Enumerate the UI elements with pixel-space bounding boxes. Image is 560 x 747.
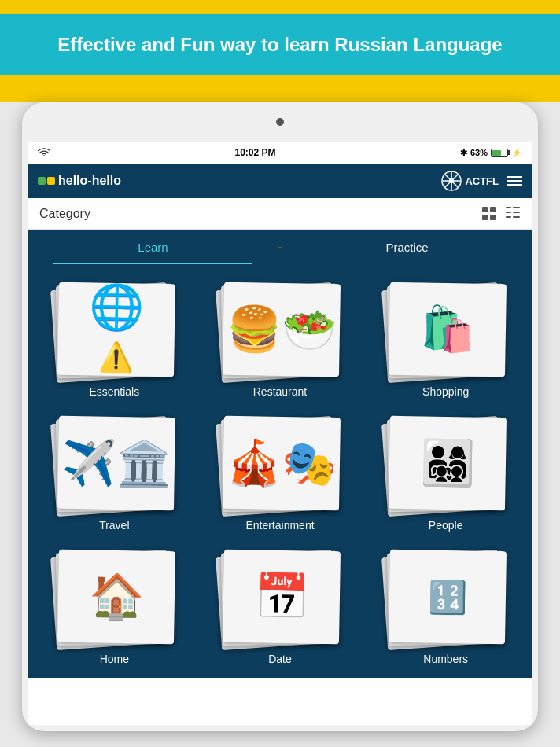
bluetooth-icon: ✱ [460, 148, 467, 158]
battery-fill [492, 150, 501, 156]
category-grid-area: 🌐⚠️ Essentials 🍔🥗 Restaurant [28, 264, 532, 678]
card-stack-entertainment: 🎪🎭 [219, 410, 341, 513]
people-label: People [429, 519, 463, 532]
hamburger-menu[interactable] [507, 176, 522, 186]
status-bar: 10:02 PM ✱ 63% ⚡ [28, 142, 532, 164]
card-front: 🏠 [57, 550, 175, 645]
card-front: 📅 [223, 550, 341, 645]
essentials-icon: 🌐⚠️ [88, 285, 145, 374]
card-front: 🍔🥗 [223, 282, 341, 377]
logo-label: hello-hello [58, 174, 121, 188]
header-right: ACTFL [441, 171, 522, 191]
card-stack-date: 📅 [219, 544, 341, 646]
restaurant-label: Restaurant [253, 385, 307, 398]
restaurant-icon: 🍔🥗 [227, 307, 337, 352]
status-left [38, 148, 50, 157]
shopping-label: Shopping [422, 385, 469, 398]
people-icon: 👨‍👩‍👧‍👦 [420, 440, 476, 485]
card-front: 🔢 [389, 550, 507, 645]
actfl-badge: ACTFL [441, 171, 499, 191]
date-label: Date [268, 653, 292, 665]
svg-rect-12 [506, 216, 511, 218]
menu-line-2 [507, 180, 522, 182]
category-item-restaurant[interactable]: 🍔🥗 Restaurant [204, 277, 357, 398]
card-stack-home: 🏠 [53, 544, 175, 646]
logo-green-square [38, 177, 46, 185]
tablet-frame: 10:02 PM ✱ 63% ⚡ hello-hello [22, 102, 538, 731]
category-title: Category [39, 207, 90, 221]
date-icon: 📅 [254, 574, 310, 619]
category-item-people[interactable]: 👨‍👩‍👧‍👦 People [369, 410, 522, 532]
category-grid: 🌐⚠️ Essentials 🍔🥗 Restaurant [38, 277, 522, 665]
tab-practice[interactable]: Practice [282, 230, 532, 264]
numbers-label: Numbers [423, 653, 468, 665]
tab-learn[interactable]: Learn [28, 230, 278, 264]
tablet-camera [276, 118, 284, 126]
home-label: Home [100, 653, 129, 665]
category-bar: Category [28, 198, 532, 230]
card-stack-essentials: 🌐⚠️ [53, 277, 175, 379]
charging-icon: ⚡ [511, 148, 522, 158]
svg-rect-11 [506, 212, 511, 213]
app-logo: hello-hello [38, 174, 121, 188]
travel-icon: ✈️🏛️ [61, 440, 171, 486]
svg-point-5 [449, 178, 454, 183]
essentials-label: Essentials [89, 385, 139, 398]
shopping-icon: 🛍️ [420, 307, 476, 351]
svg-rect-8 [482, 215, 488, 220]
category-item-travel[interactable]: ✈️🏛️ Travel [38, 410, 191, 532]
menu-line-1 [507, 176, 522, 178]
entertainment-label: Entertainment [245, 519, 314, 532]
status-time: 10:02 PM [234, 147, 275, 158]
card-stack-numbers: 🔢 [385, 544, 507, 646]
svg-rect-13 [513, 207, 520, 208]
banner-text: Effective and Fun way to learn Russian L… [42, 34, 518, 56]
svg-rect-7 [490, 207, 496, 212]
battery-percent: 63% [470, 148, 488, 157]
grid-view-icon [482, 207, 496, 221]
banner-strip: Effective and Fun way to learn Russian L… [0, 14, 560, 75]
svg-rect-9 [490, 215, 496, 220]
entertainment-icon: 🎪🎭 [227, 440, 337, 486]
card-stack-shopping: 🛍️ [385, 277, 507, 379]
card-front: 🌐⚠️ [57, 282, 175, 377]
list-view-button[interactable] [505, 206, 521, 222]
battery-icon [491, 149, 508, 157]
logo-yellow-square [47, 177, 55, 185]
menu-line-3 [507, 184, 522, 186]
actfl-icon [441, 171, 462, 191]
tablet-screen: 10:02 PM ✱ 63% ⚡ hello-hello [28, 142, 532, 725]
card-front: 🛍️ [389, 282, 507, 377]
svg-rect-15 [513, 216, 520, 218]
grid-view-button[interactable] [481, 206, 497, 222]
view-icons [481, 206, 521, 222]
card-stack-travel: ✈️🏛️ [53, 410, 175, 513]
category-item-numbers[interactable]: 🔢 Numbers [369, 544, 522, 665]
svg-rect-10 [506, 207, 511, 208]
numbers-icon: 🔢 [428, 581, 468, 613]
category-item-date[interactable]: 📅 Date [204, 544, 357, 665]
list-view-icon [506, 207, 520, 221]
actfl-label: ACTFL [465, 175, 499, 187]
travel-label: Travel [99, 519, 129, 532]
svg-rect-14 [513, 212, 520, 213]
card-stack-restaurant: 🍔🥗 [219, 277, 341, 379]
wifi-icon [38, 148, 50, 157]
card-front: 👨‍👩‍👧‍👦 [389, 416, 507, 511]
status-right: ✱ 63% ⚡ [460, 148, 522, 158]
category-item-shopping[interactable]: 🛍️ Shopping [369, 277, 522, 398]
svg-rect-6 [482, 207, 488, 212]
tabs-bar: Learn - Practice [28, 230, 532, 264]
card-front: ✈️🏛️ [57, 416, 175, 511]
app-header: hello-hello ACTFL [28, 164, 532, 198]
category-item-essentials[interactable]: 🌐⚠️ Essentials [38, 277, 191, 398]
card-stack-people: 👨‍👩‍👧‍👦 [385, 410, 507, 513]
home-icon: 🏠 [88, 574, 144, 619]
category-item-home[interactable]: 🏠 Home [38, 544, 191, 665]
card-front: 🎪🎭 [223, 416, 341, 511]
category-item-entertainment[interactable]: 🎪🎭 Entertainment [204, 410, 357, 532]
